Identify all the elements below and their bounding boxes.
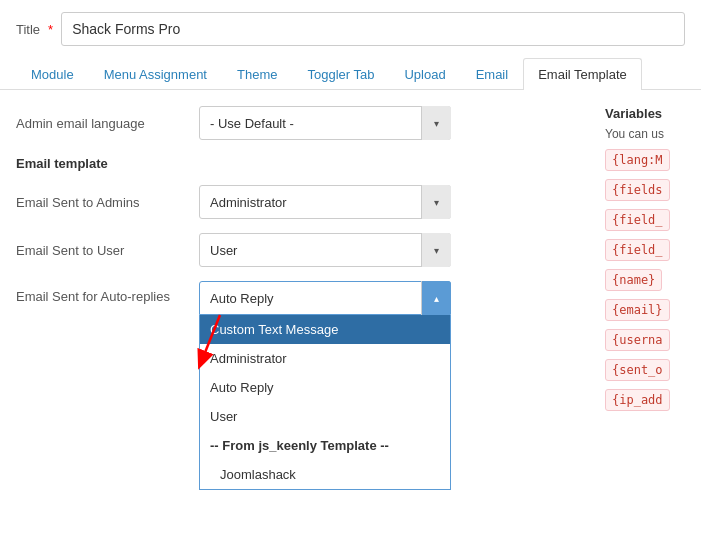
chevron-down-icon-admins: ▾ <box>434 197 439 208</box>
admin-email-row: Admin email language - Use Default - ▾ <box>16 106 589 140</box>
email-user-value: User <box>210 243 237 258</box>
admin-email-arrow[interactable]: ▾ <box>421 106 451 140</box>
variable-badge-3[interactable]: {field_ <box>605 239 670 261</box>
admin-email-select-wrapper: - Use Default - ▾ <box>199 106 451 140</box>
section-heading: Email template <box>16 156 589 171</box>
email-user-label: Email Sent to User <box>16 243 191 258</box>
email-autoreplies-select[interactable]: Auto Reply ▴ <box>199 281 451 315</box>
variables-panel: Variables You can us {lang:M {fields {fi… <box>605 106 685 419</box>
dropdown-item-custom[interactable]: Custom Text Message <box>200 315 450 344</box>
variable-badge-8[interactable]: {ip_add <box>605 389 670 411</box>
tab-email-template[interactable]: Email Template <box>523 58 642 90</box>
variable-badge-2[interactable]: {field_ <box>605 209 670 231</box>
dropdown-item-separator: -- From js_keenly Template -- <box>200 431 450 460</box>
email-user-select-wrapper: User ▾ <box>199 233 451 267</box>
email-admins-arrow[interactable]: ▾ <box>421 185 451 219</box>
title-row: Title * <box>0 12 701 58</box>
email-user-arrow[interactable]: ▾ <box>421 233 451 267</box>
chevron-up-icon: ▴ <box>434 293 439 304</box>
tab-module[interactable]: Module <box>16 58 89 90</box>
tab-email[interactable]: Email <box>461 58 524 90</box>
dropdown-item-auto-reply[interactable]: Auto Reply <box>200 373 450 402</box>
main-panel: Admin email language - Use Default - ▾ E… <box>16 106 589 419</box>
chevron-down-icon: ▾ <box>434 118 439 129</box>
title-label: Title <box>16 22 40 37</box>
dropdown-item-user[interactable]: User <box>200 402 450 431</box>
dropdown-item-administrator[interactable]: Administrator <box>200 344 450 373</box>
email-admins-select[interactable]: Administrator ▾ <box>199 185 451 219</box>
tab-theme[interactable]: Theme <box>222 58 292 90</box>
page-wrapper: Title * Module Menu Assignment Theme Tog… <box>0 0 701 553</box>
email-autoreplies-select-wrapper: Auto Reply ▴ Custom Text Message Adminis… <box>199 281 451 315</box>
variable-badge-6[interactable]: {userna <box>605 329 670 351</box>
email-autoreplies-label: Email Sent for Auto-replies <box>16 289 191 304</box>
variable-badge-1[interactable]: {fields <box>605 179 670 201</box>
email-admins-value: Administrator <box>210 195 287 210</box>
required-star: * <box>48 22 53 37</box>
email-autoreplies-value: Auto Reply <box>210 291 274 306</box>
variable-badge-7[interactable]: {sent_o <box>605 359 670 381</box>
email-autoreplies-row: Email Sent for Auto-replies Auto Reply ▴… <box>16 281 589 315</box>
chevron-down-icon-user: ▾ <box>434 245 439 256</box>
tabs-bar: Module Menu Assignment Theme Toggler Tab… <box>0 58 701 90</box>
dropdown-list: Custom Text Message Administrator Auto R… <box>199 315 451 490</box>
email-user-select[interactable]: User ▾ <box>199 233 451 267</box>
variable-badge-4[interactable]: {name} <box>605 269 662 291</box>
email-admins-row: Email Sent to Admins Administrator ▾ <box>16 185 589 219</box>
title-input[interactable] <box>61 12 685 46</box>
email-autoreplies-arrow[interactable]: ▴ <box>421 281 451 315</box>
tab-toggler-tab[interactable]: Toggler Tab <box>292 58 389 90</box>
tab-upload[interactable]: Upload <box>389 58 460 90</box>
email-admins-select-wrapper: Administrator ▾ <box>199 185 451 219</box>
dropdown-item-joomlashack[interactable]: Joomlashack <box>200 460 450 489</box>
variable-badge-0[interactable]: {lang:M <box>605 149 670 171</box>
admin-email-label: Admin email language <box>16 116 191 131</box>
admin-email-value: - Use Default - <box>210 116 294 131</box>
variables-desc: You can us <box>605 127 685 141</box>
admin-email-select[interactable]: - Use Default - ▾ <box>199 106 451 140</box>
email-admins-label: Email Sent to Admins <box>16 195 191 210</box>
email-user-row: Email Sent to User User ▾ <box>16 233 589 267</box>
variable-badge-5[interactable]: {email} <box>605 299 670 321</box>
tab-menu-assignment[interactable]: Menu Assignment <box>89 58 222 90</box>
variables-title: Variables <box>605 106 685 121</box>
content-area: Admin email language - Use Default - ▾ E… <box>0 90 701 435</box>
